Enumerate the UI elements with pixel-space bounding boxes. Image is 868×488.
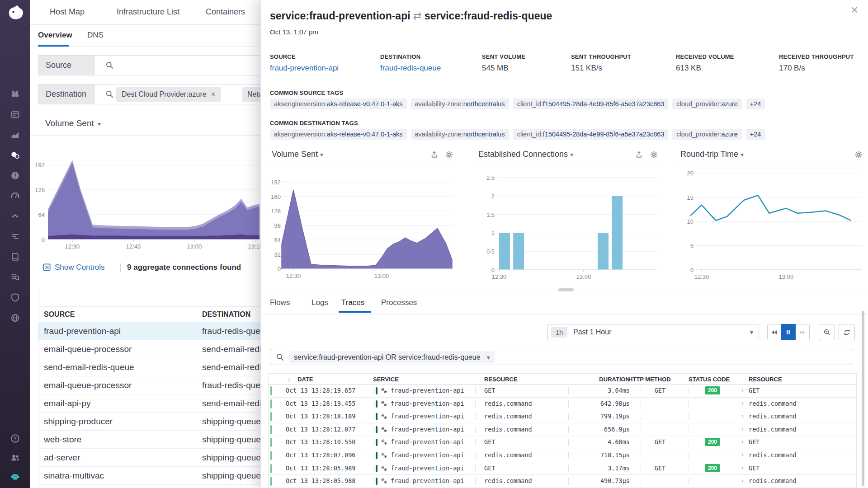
tag-pill[interactable]: client_id:f1504495-28da-4e99-85f6-a5e37a…: [513, 99, 669, 109]
metric-value[interactable]: fraud-prevention-api: [270, 64, 339, 73]
column-header-service[interactable]: SERVICE: [373, 376, 399, 383]
destination-filter-pill[interactable]: Netw: [242, 87, 260, 102]
synthetics-icon[interactable]: [9, 312, 20, 323]
search-query-pill[interactable]: service:fraud-prevention-api OR service:…: [289, 351, 495, 363]
export-icon[interactable]: [635, 150, 643, 159]
column-divider: [641, 413, 641, 420]
tab-traces[interactable]: Traces: [341, 298, 364, 307]
subtab-overview[interactable]: Overview: [38, 31, 72, 40]
column-header-resource[interactable]: RESOURCE: [749, 376, 782, 383]
trace-row[interactable]: Oct 13 13:28:18.189fraud-prevention-apir…: [269, 410, 856, 423]
column-header-source[interactable]: SOURCE: [44, 310, 75, 319]
zoom-out-button[interactable]: [819, 324, 835, 340]
trace-row[interactable]: Oct 13 13:28:05.989fraud-prevention-apiG…: [269, 462, 856, 475]
tag-pill[interactable]: cloud_provider:azure: [672, 99, 741, 109]
tag-pill[interactable]: cloud_provider:azure: [672, 129, 741, 140]
log-explorer-icon[interactable]: [9, 272, 20, 282]
help-icon[interactable]: ?: [9, 433, 20, 444]
vertical-scrollbar[interactable]: [862, 311, 864, 486]
notebooks-icon[interactable]: [9, 251, 20, 262]
trace-row[interactable]: Oct 13 13:28:12.077fraud-prevention-apir…: [269, 423, 856, 436]
datadog-logo-icon[interactable]: [6, 4, 24, 21]
time-range-select[interactable]: 1h Past 1 Hour ▾: [547, 324, 759, 340]
tab-host-map[interactable]: Host Map: [50, 7, 85, 17]
more-tags-pill[interactable]: +24: [746, 99, 765, 109]
connection-row[interactable]: email-api-pysend-email-redis-queue: [38, 394, 260, 413]
trace-row[interactable]: Oct 13 13:28:10.550fraud-prevention-apiG…: [269, 436, 856, 449]
connection-row[interactable]: web-storeshipping-queue-redis: [38, 431, 260, 449]
rewind-button[interactable]: [767, 324, 781, 340]
chart-title[interactable]: Volume Sent ▾: [272, 150, 323, 159]
trace-row[interactable]: Oct 13 13:28:07.096fraud-prevention-apir…: [269, 449, 856, 462]
close-icon[interactable]: ×: [851, 4, 858, 16]
service-map-icon[interactable]: [9, 150, 20, 160]
source-filter-row[interactable]: Source: [38, 55, 260, 75]
remove-filter-icon[interactable]: ×: [211, 90, 216, 99]
network-icon[interactable]: [9, 231, 20, 242]
security-icon[interactable]: [9, 292, 20, 303]
tag-pill[interactable]: availability-zone:northcentralus: [411, 129, 509, 140]
tag-pill[interactable]: aksengineversion:aks-release-v0.47.0-1-a…: [270, 99, 407, 109]
column-header-duration[interactable]: DURATION: [577, 376, 630, 383]
connection-row[interactable]: email-queue-processorsend-email-redis-qu…: [38, 340, 260, 358]
column-header-resource[interactable]: RESOURCE: [484, 376, 518, 383]
column-header-status-code[interactable]: STATUS CODE: [689, 376, 730, 383]
connections-table-filter-row[interactable]: [38, 288, 260, 307]
metrics-icon[interactable]: [9, 129, 20, 140]
metric-selector[interactable]: Volume Sent: [45, 118, 94, 128]
volume-sent-chart[interactable]: 032649612816019212:3013:00: [270, 163, 454, 284]
sort-desc-icon[interactable]: ↓: [288, 376, 291, 383]
connection-row[interactable]: fraud-prevention-apifraud-redis-queue: [38, 322, 260, 340]
user-avatar[interactable]: [9, 471, 20, 482]
volume-sent-stacked-chart[interactable]: 06412819212:3012:4513:0013:15: [30, 136, 260, 254]
column-header-sort[interactable]: ↓: [288, 376, 291, 383]
dashboards-icon[interactable]: [9, 109, 20, 120]
trace-row[interactable]: Oct 13 13:28:19.455fraud-prevention-apir…: [269, 398, 856, 411]
chart-title[interactable]: Round-trip Time ▾: [680, 150, 744, 159]
more-tags-pill[interactable]: +24: [746, 129, 765, 140]
chart-title[interactable]: Established Connections ▾: [478, 150, 573, 159]
fast-forward-button[interactable]: [796, 324, 810, 340]
binoculars-icon[interactable]: [9, 89, 20, 99]
column-header-date[interactable]: DATE: [297, 376, 313, 383]
tab-infrastructure-list[interactable]: Infrastructure List: [117, 7, 179, 17]
destination-filter-pill[interactable]: Dest Cloud Provider:azure×: [116, 87, 221, 102]
subtab-dns[interactable]: DNS: [87, 31, 104, 40]
trace-row[interactable]: Oct 13 13:28:19.657fraud-prevention-apiG…: [269, 385, 856, 398]
tab-flows[interactable]: Flows: [270, 298, 290, 307]
tab-logs[interactable]: Logs: [311, 298, 328, 307]
tag-pill[interactable]: availability-zone:northcentralus: [411, 99, 509, 109]
column-header-destination[interactable]: DESTINATION: [202, 310, 250, 319]
tag-pill[interactable]: client_id:f1504495-28da-4e99-85f6-a5e37a…: [513, 129, 669, 140]
connection-row[interactable]: email-queue-processorfraud-redis-queue: [38, 376, 260, 394]
established-connections-chart[interactable]: 00.511.522.512:3013:00: [476, 163, 659, 284]
tab-processes[interactable]: Processes: [381, 298, 417, 307]
tab-containers[interactable]: Containers: [206, 7, 245, 17]
trace-row[interactable]: Oct 13 13:28:05.988fraud-prevention-apir…: [269, 475, 856, 488]
expand-controls-icon[interactable]: [42, 263, 51, 272]
trace-table: ↓DATESERVICERESOURCEDURATIONHTTP METHODS…: [268, 373, 857, 488]
settings-icon[interactable]: [854, 150, 863, 159]
connection-row[interactable]: shipping-producershipping-queue-redis: [38, 413, 260, 431]
show-controls-link[interactable]: Show Controls: [55, 263, 105, 272]
tag-pill[interactable]: aksengineversion:aks-release-v0.47.0-1-a…: [270, 129, 407, 140]
monitors-icon[interactable]: [9, 170, 20, 181]
pause-button[interactable]: [781, 324, 795, 340]
trace-search-input[interactable]: service:fraud-prevention-api OR service:…: [270, 349, 852, 365]
drag-handle[interactable]: [558, 288, 574, 291]
export-icon[interactable]: [430, 150, 439, 159]
connection-row[interactable]: send-email-redis-queuesend-email-redis-q…: [38, 358, 260, 376]
integrations-icon[interactable]: [9, 211, 20, 221]
column-header-http-method[interactable]: HTTP METHOD: [628, 376, 671, 383]
settings-icon[interactable]: [445, 150, 453, 159]
metric-value[interactable]: fraud-redis-queue: [380, 64, 441, 73]
connection-row[interactable]: ad-servershipping-queue-redis: [38, 449, 260, 467]
apm-icon[interactable]: [9, 190, 20, 201]
trace-duration: 490.73µs: [577, 477, 630, 484]
round-trip-time-chart[interactable]: 0510152012:3013:00: [679, 163, 864, 284]
users-icon[interactable]: [9, 452, 20, 463]
settings-icon[interactable]: [650, 150, 658, 159]
connection-row[interactable]: sinatra-multivacshipping-queue-redis: [38, 467, 260, 485]
refresh-button[interactable]: [839, 324, 855, 340]
destination-filter-row[interactable]: Destination Dest Cloud Provider:azure×Ne…: [38, 84, 260, 104]
